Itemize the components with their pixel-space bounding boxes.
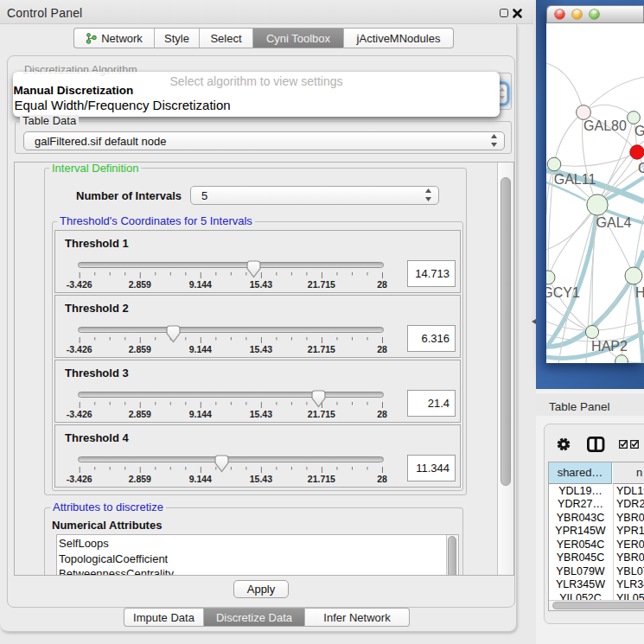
svg-text:CYC: CYC (638, 161, 644, 175)
svg-text:GCY1: GCY1 (546, 285, 580, 300)
svg-text:HAP2: HAP2 (591, 339, 628, 354)
svg-text:GAL4: GAL4 (634, 124, 644, 138)
svg-text:GAL11: GAL11 (554, 172, 596, 187)
svg-text:GAL80: GAL80 (583, 118, 627, 133)
svg-text:GAL4: GAL4 (596, 215, 632, 230)
svg-text:HIS: HIS (635, 285, 644, 300)
